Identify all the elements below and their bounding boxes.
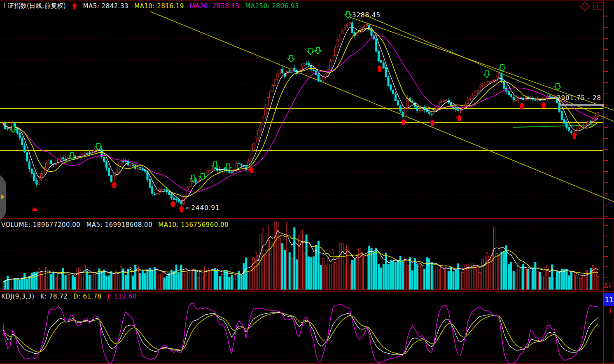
buy-signal-arrow — [377, 65, 383, 72]
buy-signal-arrow — [170, 201, 176, 207]
ma250-value[interactable]: MA250: 2806.93 — [245, 2, 299, 10]
volume-value[interactable]: VOLUME: 189677200.00 — [1, 221, 80, 229]
sell-signal-arrow — [288, 56, 294, 62]
peak-price-annotation: 3288.45 — [352, 12, 381, 19]
volume-scale-label: X1 — [604, 281, 612, 288]
buy-signal-arrow — [401, 119, 407, 125]
split-window-icon[interactable] — [593, 2, 604, 10]
kdj-header: KDJ(9,3,3) K: 78.72 D: 61.78 J: 112.60 — [1, 293, 137, 300]
candlesticks — [2, 19, 599, 206]
kdj-lines — [3, 303, 598, 363]
volume-header: VOLUME: 189677200.00 MA5: 169918608.00 M… — [1, 221, 229, 229]
kdj-k-value: K: 78.72 — [40, 293, 68, 300]
chart-canvas[interactable] — [0, 0, 614, 364]
trade-signals — [10, 12, 578, 212]
last-price-marker — [559, 104, 604, 106]
ma5-value[interactable]: MA5: 2842.33 — [83, 2, 128, 10]
page-title: 上证指数(日线.前复权) — [1, 2, 66, 10]
ma10-value[interactable]: MA10: 2816.19 — [134, 2, 184, 10]
sell-signal-arrow — [96, 143, 102, 150]
kdj-j-value: J: 112.60 — [107, 293, 137, 300]
main-chart-header: 上证指数(日线.前复权) MA5: 2842.33 MA10: 2816.19 … — [1, 2, 299, 10]
buy-signal-arrow — [111, 182, 117, 188]
low-price-annotation: ←2440.91 — [186, 204, 220, 212]
volume-ma10-value[interactable]: MA10: 156756960.00 — [158, 221, 229, 229]
low-marker-triangle — [31, 207, 38, 211]
last-price-annotation: 2901.75 - 28 — [557, 94, 601, 102]
sell-signal-arrow — [315, 47, 321, 54]
buy-signal-arrow — [430, 119, 436, 126]
up-arrow-icon — [72, 2, 77, 9]
kdj-axis-tick-label: 1 — [608, 308, 612, 315]
panel-frames — [0, 0, 614, 364]
sell-signal-arrow — [484, 71, 490, 77]
gridlines — [0, 16, 612, 355]
volume-ma5-value[interactable]: MA5: 169918608.00 — [86, 221, 152, 229]
kdj-d-value: D: 61.78 — [73, 293, 101, 300]
kdj-value-badge: 11 — [604, 293, 614, 306]
moving-average-lines — [3, 27, 598, 201]
buy-signal-arrow — [541, 102, 547, 108]
buy-signal-arrow — [456, 114, 462, 121]
kdj-name[interactable]: KDJ(9,3,3) — [1, 293, 35, 300]
sidebar-collapse-handle[interactable] — [0, 175, 6, 220]
window-controls — [581, 2, 604, 10]
buy-signal-arrow — [179, 205, 185, 212]
window-top-border — [0, 0, 614, 1]
trading-terminal: 上证指数(日线.前复权) MA5: 2842.33 MA10: 2816.19 … — [0, 0, 614, 364]
expand-right-icon — [1, 194, 5, 199]
sell-signal-arrow — [555, 84, 561, 90]
ma20-value[interactable]: MA20: 2858.43 — [190, 2, 240, 10]
diamond-icon[interactable] — [580, 1, 590, 11]
sell-signal-arrow — [308, 48, 314, 55]
buy-signal-arrow — [572, 132, 578, 139]
volume-bars — [2, 221, 599, 289]
